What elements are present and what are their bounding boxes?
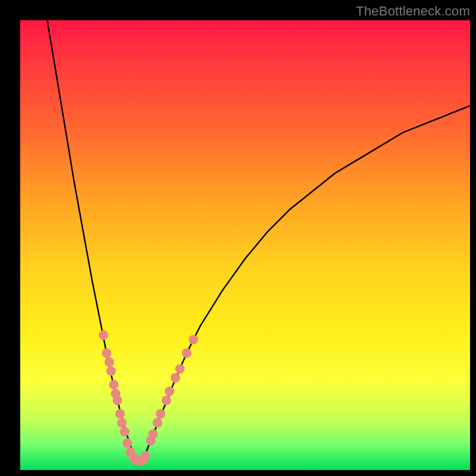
data-marker — [165, 387, 174, 396]
data-marker — [112, 396, 122, 405]
data-marker — [107, 367, 116, 376]
data-marker — [115, 409, 125, 419]
data-marker — [171, 373, 180, 383]
data-marker — [156, 409, 165, 419]
data-marker — [189, 335, 198, 345]
data-marker — [102, 348, 111, 358]
data-marker — [148, 430, 158, 439]
watermark-text: TheBottleneck.com — [356, 4, 470, 19]
plot-area — [20, 20, 470, 470]
chart-svg — [20, 20, 470, 470]
data-marker — [123, 439, 132, 448]
data-marker — [140, 451, 150, 461]
data-marker — [105, 358, 114, 367]
curve-layer — [47, 20, 470, 461]
data-marker — [120, 427, 129, 437]
chart-frame: TheBottleneck.com — [0, 0, 476, 476]
data-marker — [153, 418, 162, 428]
data-marker — [99, 330, 108, 340]
right-curve — [142, 106, 470, 461]
data-marker — [182, 348, 192, 358]
left-curve — [47, 20, 137, 461]
data-marker — [109, 380, 118, 389]
data-marker — [175, 364, 184, 374]
data-marker — [162, 396, 171, 405]
data-marker — [117, 418, 127, 428]
